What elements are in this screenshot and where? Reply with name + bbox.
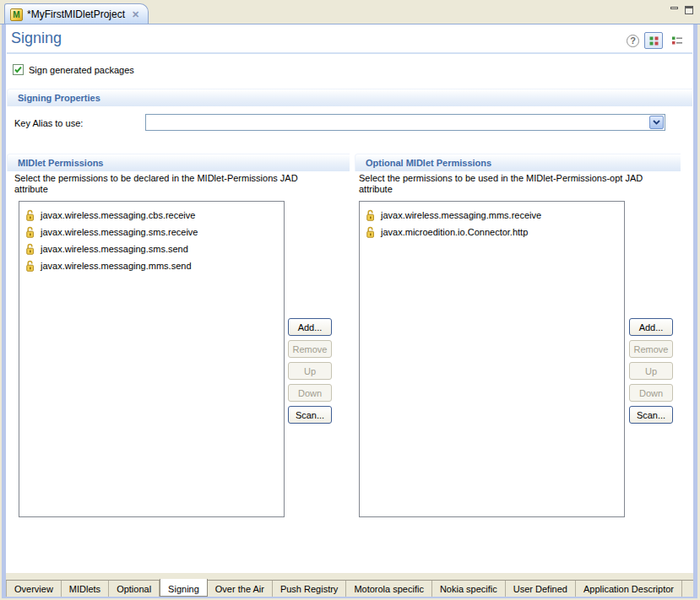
list-item[interactable]: javax.wireless.messaging.mms.send — [19, 257, 284, 274]
midlet-permissions-title: MIDlet Permissions — [8, 154, 350, 168]
list-item[interactable]: javax.microedition.io.Connector.http — [360, 224, 624, 241]
unlocked-padlock-icon — [366, 226, 375, 238]
close-icon[interactable]: ✕ — [129, 9, 139, 20]
editor-tab[interactable]: M *MyFirstMIDletProject ✕ — [4, 3, 149, 24]
add-button[interactable]: Add... — [288, 318, 332, 336]
bottom-tabbar: Overview MIDlets Optional Signing Over t… — [6, 573, 693, 597]
scan-button[interactable]: Scan... — [288, 406, 332, 424]
minimize-icon[interactable] — [670, 7, 678, 9]
help-icon[interactable]: ? — [627, 35, 639, 47]
list-item[interactable]: javax.wireless.messaging.sms.receive — [19, 224, 284, 241]
down-button[interactable]: Down — [288, 384, 332, 402]
tab-over-the-air[interactable]: Over the Air — [208, 581, 273, 597]
unlocked-padlock-icon — [25, 260, 35, 272]
remove-button[interactable]: Remove — [288, 340, 332, 358]
sign-packages-checkbox[interactable] — [13, 64, 24, 75]
permission-label: javax.wireless.messaging.sms.receive — [41, 227, 198, 237]
list-view-icon[interactable] — [668, 32, 686, 49]
permission-label: javax.wireless.messaging.sms.send — [41, 244, 188, 254]
optional-permissions-list[interactable]: javax.wireless.messaging.mms.receive jav… — [359, 201, 625, 517]
optional-permissions-description: Select the permissions to be used in the… — [359, 173, 650, 195]
tab-optional[interactable]: Optional — [109, 581, 160, 597]
title-divider — [7, 52, 692, 54]
midlet-permissions-description: Select the permissions to be declared in… — [14, 173, 306, 195]
midlet-permissions-section-header: MIDlet Permissions — [7, 154, 350, 171]
midlet-permissions-list[interactable]: javax.wireless.messaging.cbs.receive jav… — [19, 201, 285, 517]
midlet-project-icon: M — [10, 8, 23, 21]
sign-packages-label: Sign generated packages — [29, 65, 134, 75]
permission-label: javax.wireless.messaging.cbs.receive — [41, 210, 195, 220]
permission-label: javax.wireless.messaging.mms.receive — [381, 210, 541, 220]
editor-window: M *MyFirstMIDletProject ✕ Signing ? — [0, 0, 700, 600]
up-button[interactable]: Up — [288, 362, 332, 380]
unlocked-padlock-icon — [366, 209, 375, 221]
list-item[interactable]: javax.wireless.messaging.cbs.receive — [19, 207, 284, 224]
dropdown-arrow-icon[interactable] — [649, 116, 664, 129]
tab-overview[interactable]: Overview — [6, 581, 62, 597]
key-alias-label: Key Alias to use: — [14, 118, 83, 128]
page-title: Signing — [11, 30, 62, 47]
check-icon — [14, 65, 23, 74]
tab-signing[interactable]: Signing — [160, 579, 208, 597]
key-alias-combobox[interactable] — [145, 114, 665, 131]
tab-application-descriptor[interactable]: Application Descriptor — [576, 581, 682, 597]
maximize-icon[interactable] — [685, 6, 693, 14]
tab-motorola-specific[interactable]: Motorola specific — [346, 581, 432, 597]
tab-user-defined[interactable]: User Defined — [506, 581, 576, 597]
scan-button-optional[interactable]: Scan... — [629, 406, 673, 424]
signing-form: Signing ? — [6, 24, 693, 573]
unlocked-padlock-icon — [25, 243, 35, 255]
editor-tab-title: *MyFirstMIDletProject — [27, 8, 125, 20]
optional-permissions-section-header: Optional MIDlet Permissions — [355, 154, 681, 171]
add-button-optional[interactable]: Add... — [629, 318, 673, 336]
list-item[interactable]: javax.wireless.messaging.mms.receive — [360, 207, 624, 224]
down-button-optional[interactable]: Down — [629, 384, 673, 402]
grid-view-icon[interactable] — [644, 32, 663, 49]
unlocked-padlock-icon — [25, 226, 35, 238]
tab-midlets[interactable]: MIDlets — [62, 581, 109, 597]
tab-nokia-specific[interactable]: Nokia specific — [432, 581, 506, 597]
key-alias-value — [146, 118, 149, 128]
up-button-optional[interactable]: Up — [629, 362, 673, 380]
permission-label: javax.wireless.messaging.mms.send — [41, 261, 192, 271]
unlocked-padlock-icon — [25, 209, 35, 221]
signing-properties-section-header: Signing Properties — [7, 89, 692, 106]
list-item[interactable]: javax.wireless.messaging.sms.send — [19, 241, 284, 257]
optional-permissions-title: Optional MIDlet Permissions — [355, 154, 681, 168]
permission-label: javax.microedition.io.Connector.http — [381, 227, 528, 237]
signing-properties-title: Signing Properties — [8, 89, 692, 103]
remove-button-optional[interactable]: Remove — [629, 340, 673, 358]
tab-push-registry[interactable]: Push Registry — [273, 581, 346, 597]
